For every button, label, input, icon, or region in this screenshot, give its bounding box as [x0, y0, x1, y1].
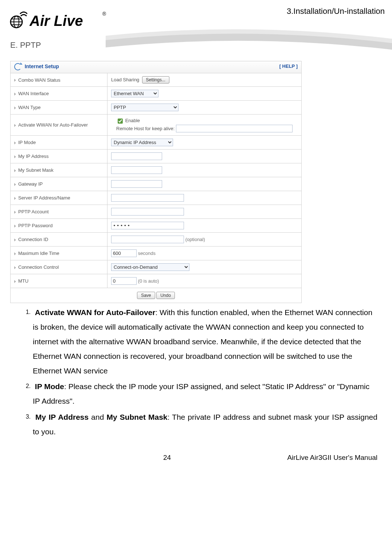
- connection-control-select[interactable]: Connect-on-Demand: [111, 263, 189, 271]
- caret-icon: [14, 266, 16, 269]
- wan-type-select[interactable]: PPTP: [111, 104, 179, 111]
- list-number: 2.: [20, 381, 31, 392]
- caret-icon: [14, 141, 16, 144]
- server-ip-input[interactable]: [111, 194, 184, 202]
- list-text: : Please check the IP mode your ISP assi…: [33, 382, 369, 405]
- undo-button[interactable]: Undo: [156, 292, 175, 299]
- row-label: PPTP Account: [18, 209, 49, 214]
- globe-wifi-icon: [5, 9, 27, 31]
- caret-icon: [14, 79, 16, 82]
- caret-icon: [14, 93, 16, 96]
- connection-id-input[interactable]: [111, 236, 184, 243]
- wan-interface-select[interactable]: Ethernet WAN: [111, 90, 158, 97]
- ip-mode-select[interactable]: Dynamic IP Address: [111, 139, 173, 146]
- caret-icon: [14, 238, 16, 241]
- caret-icon: [14, 252, 16, 255]
- decorative-swoosh: [106, 18, 392, 61]
- optional-label: (optional): [185, 237, 205, 242]
- enable-checkbox[interactable]: [118, 119, 123, 124]
- row-label: Maximum Idle Time: [18, 251, 59, 256]
- internet-setup-screenshot: Internet Setup [ HELP ] Combo WAN Status…: [10, 61, 302, 303]
- combo-wan-status-value: Load Sharing: [111, 77, 139, 82]
- list-text: and: [89, 413, 106, 421]
- idle-time-input[interactable]: [111, 249, 137, 257]
- list-number: 3.: [20, 411, 31, 422]
- row-label: Combo WAN Status: [18, 77, 60, 83]
- gateway-input[interactable]: [111, 180, 162, 188]
- row-label: My IP Address: [18, 154, 49, 159]
- svg-text:Air Live: Air Live: [30, 13, 83, 29]
- remote-host-input[interactable]: [176, 125, 293, 132]
- row-label: WAN Interface: [18, 91, 49, 96]
- list-number: 1.: [20, 307, 31, 318]
- settings-button[interactable]: Settings...: [142, 76, 169, 84]
- panel-title: Internet Setup: [25, 63, 59, 69]
- mtu-hint: (0 is auto): [138, 278, 159, 284]
- list-text: : With this function enabled, when the E…: [33, 308, 372, 375]
- caret-icon: [14, 155, 16, 158]
- pptp-password-input[interactable]: [111, 222, 184, 229]
- enable-label: Enable: [125, 118, 140, 123]
- list-bold: My Subnet Mask: [106, 413, 167, 421]
- my-ip-input[interactable]: [111, 152, 162, 160]
- caret-icon: [14, 225, 16, 228]
- subnet-input[interactable]: [111, 166, 162, 174]
- row-label: PPTP Password: [18, 223, 52, 228]
- row-label: My Subnet Mask: [18, 167, 54, 173]
- remote-host-label: Remote Host for keep alive:: [116, 126, 175, 131]
- row-label: Connection ID: [18, 237, 48, 242]
- caret-icon: [14, 280, 16, 283]
- caret-icon: [14, 197, 16, 200]
- list-bold: IP Mode: [35, 382, 64, 391]
- logo: Air Live ®: [5, 9, 106, 31]
- row-label: Connection Control: [18, 264, 59, 270]
- pptp-account-input[interactable]: [111, 208, 184, 216]
- caret-icon: [14, 169, 16, 172]
- row-label: Activate WWAN for Auto-Failover: [18, 122, 88, 128]
- mtu-input[interactable]: [111, 277, 137, 285]
- documentation-list: 1. Activate WWAN for Auto-Failover: With…: [33, 305, 377, 439]
- caret-icon: [14, 106, 16, 109]
- caret-icon: [14, 183, 16, 186]
- help-link[interactable]: [ HELP ]: [279, 63, 298, 69]
- row-label: MTU: [18, 278, 28, 284]
- row-label: Server IP Address/Name: [18, 195, 70, 201]
- svg-text:®: ®: [102, 11, 106, 17]
- row-label: Gateway IP: [18, 181, 43, 187]
- caret-icon: [14, 124, 16, 127]
- logo-text: Air Live ®: [30, 10, 106, 31]
- page-number: 24: [163, 454, 171, 462]
- list-bold: My IP Address: [35, 413, 89, 421]
- caret-icon: [14, 211, 16, 214]
- manual-title: AirLive Air3GII User's Manual: [287, 454, 377, 462]
- save-button[interactable]: Save: [137, 292, 155, 299]
- row-label: IP Mode: [18, 140, 36, 145]
- chapter-title: 3.Installation/Un-installation: [287, 7, 385, 16]
- section-heading: E. PPTP: [10, 40, 385, 50]
- seconds-label: seconds: [138, 251, 156, 256]
- refresh-icon: [14, 63, 21, 70]
- list-bold: Activate WWAN for Auto-Failover: [35, 308, 156, 317]
- row-label: WAN Type: [18, 105, 40, 110]
